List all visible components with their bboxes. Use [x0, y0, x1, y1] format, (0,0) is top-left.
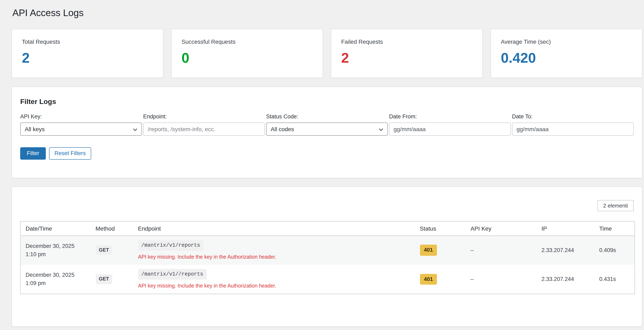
endpoint-code: /mantrix/v1//reports	[138, 269, 206, 280]
date-to-field: Date To:	[512, 113, 634, 136]
api-key-select[interactable]: All keys	[20, 122, 142, 136]
stat-label: Average Time (sec)	[501, 38, 632, 45]
endpoint-input[interactable]	[143, 122, 265, 136]
api-key-label: API Key:	[20, 113, 142, 120]
column-header-method[interactable]: Method	[90, 221, 133, 236]
reset-filters-button[interactable]: Reset Filters	[49, 147, 91, 160]
cell-ip: 2.33.207.244	[536, 236, 594, 265]
cell-ip: 2.33.207.244	[536, 265, 594, 294]
api-key-selected-value: All keys	[25, 126, 44, 132]
date-from-field: Date From:	[389, 113, 511, 136]
status-code-select[interactable]: All codes	[266, 122, 388, 136]
stat-card-total-requests: Total Requests 2	[12, 29, 163, 78]
endpoint-error-message: API key missing. Include the key in the …	[138, 253, 410, 260]
stat-card-average-time: Average Time (sec) 0.420	[490, 29, 642, 78]
filter-fields: API Key: All keys Endpoint: Status Code:…	[20, 113, 634, 136]
cell-api-key: –	[466, 265, 536, 294]
cell-api-key: –	[466, 236, 536, 265]
filter-heading: Filter Logs	[20, 98, 634, 106]
page-title: API Access Logs	[0, 0, 644, 19]
column-header-datetime[interactable]: Date/Time	[20, 221, 90, 236]
table-row: December 30, 2025 1:10 pm GET /mantrix/v…	[20, 236, 635, 265]
date-from-input[interactable]	[389, 122, 511, 136]
stat-value: 2	[22, 50, 153, 64]
items-count: 2 elementi	[598, 200, 634, 211]
cell-datetime: December 30, 2025 1:09 pm	[20, 265, 90, 294]
logs-table-panel: 2 elementi Date/Time Method Endpoint Sta…	[12, 186, 642, 327]
stat-label: Failed Requests	[341, 38, 472, 45]
endpoint-error-message: API key missing. Include the key in the …	[138, 282, 410, 290]
cell-time: 0.431s	[594, 265, 635, 294]
status-code-label: Status Code:	[266, 113, 388, 120]
api-key-field: API Key: All keys	[20, 113, 142, 136]
chevron-down-icon	[379, 126, 383, 132]
count-row: 2 elementi	[20, 200, 634, 211]
cell-datetime: December 30, 2025 1:10 pm	[20, 236, 90, 265]
status-badge: 401	[420, 274, 437, 285]
chevron-down-icon	[133, 126, 138, 132]
stat-value: 0.420	[501, 50, 632, 64]
column-header-endpoint[interactable]: Endpoint	[133, 221, 415, 236]
status-code-field: Status Code: All codes	[266, 113, 388, 136]
status-badge: 401	[420, 245, 437, 256]
status-code-selected-value: All codes	[271, 126, 294, 132]
stat-value: 2	[341, 50, 472, 64]
method-badge: GET	[96, 246, 112, 255]
filter-actions: Filter Reset Filters	[20, 147, 634, 160]
table-row: December 30, 2025 1:09 pm GET /mantrix/v…	[20, 265, 635, 294]
column-header-ip[interactable]: IP	[536, 221, 594, 236]
stats-row: Total Requests 2 Successful Requests 0 F…	[12, 29, 642, 78]
endpoint-label: Endpoint:	[143, 113, 265, 120]
admin-page: API Access Logs Total Requests 2 Success…	[0, 0, 644, 330]
date-from-label: Date From:	[389, 113, 511, 120]
column-header-status[interactable]: Status	[415, 221, 466, 236]
method-badge: GET	[96, 274, 112, 284]
cell-time: 0.409s	[594, 236, 635, 265]
stat-value: 0	[182, 50, 313, 64]
filter-button[interactable]: Filter	[20, 147, 46, 160]
date-to-label: Date To:	[512, 113, 634, 120]
column-header-api-key[interactable]: API Key	[466, 221, 536, 236]
stat-label: Successful Requests	[182, 38, 313, 45]
endpoint-code: /mantrix/v1/reports	[138, 240, 204, 250]
table-header-row: Date/Time Method Endpoint Status API Key…	[20, 221, 635, 236]
date-to-input[interactable]	[512, 122, 634, 136]
stat-label: Total Requests	[22, 38, 153, 45]
stat-card-failed-requests: Failed Requests 2	[331, 29, 483, 78]
filter-panel: Filter Logs API Key: All keys Endpoint: …	[12, 86, 642, 178]
stat-card-successful-requests: Successful Requests 0	[171, 29, 323, 78]
column-header-time[interactable]: Time	[594, 221, 635, 236]
logs-table: Date/Time Method Endpoint Status API Key…	[20, 221, 635, 294]
endpoint-field: Endpoint:	[143, 113, 265, 136]
